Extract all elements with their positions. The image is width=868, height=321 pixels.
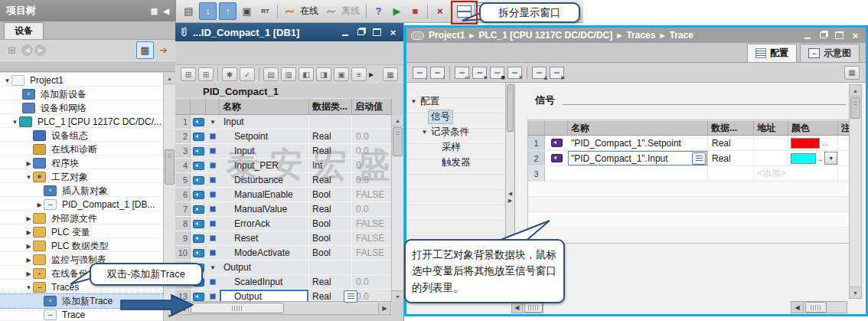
color-dropdown-button[interactable]: ▼ [824,152,837,165]
scroll-thumb[interactable] [805,302,827,313]
db-row[interactable]: 9 Reset Bool FALSE [175,231,392,246]
scroll-up-icon[interactable]: ▲ [164,73,175,84]
back-icon[interactable]: ◀ [21,44,33,56]
level-icon[interactable] [206,250,220,256]
start-value[interactable]: 0.0 [352,175,392,185]
insert-row-icon[interactable]: ⊞ [181,67,196,81]
add-measurement-icon[interactable]: ▴ [532,67,547,79]
forward-icon[interactable]: ▶ [34,44,46,56]
variable-type[interactable]: Bool [309,246,352,260]
transfer-trace-to-device-icon[interactable]: ↓ [413,67,427,79]
nav-item[interactable]: 记录条件 [406,124,505,139]
start-value[interactable]: 0.0 [352,131,392,142]
level-icon[interactable] [206,264,220,271]
variable-type[interactable] [309,115,352,129]
delete-trace-icon[interactable]: × [507,67,522,79]
open-block-icon[interactable]: ▤ [181,3,197,19]
variable-type[interactable]: Real [309,129,352,143]
nav-item[interactable]: 触发器 [406,155,505,170]
keep-actual-values-icon[interactable]: ▤ [263,67,279,81]
breadcrumb-label[interactable]: Project1 [429,30,465,41]
variable-name[interactable]: Input [232,146,257,156]
expander-icon[interactable] [420,129,429,136]
collapse-panel-icon[interactable]: ◀ [163,7,169,15]
signal-type[interactable]: Real [708,136,754,150]
db-row[interactable]: 3 Input Real 0.0 [175,144,392,159]
expander-icon[interactable] [24,160,33,167]
start-value[interactable]: 0.0 [352,277,392,287]
splitter-collapse-icon[interactable]: ◀▶ [506,190,514,204]
upload-from-device-icon[interactable]: ↑ [219,2,237,20]
export-measurement-icon[interactable]: ▸ [550,67,564,79]
expander-icon[interactable] [24,284,33,291]
signal-row[interactable]: 3 <添加> ▼ [528,166,850,182]
variable-name[interactable]: ManualEnable [232,189,295,200]
start-value[interactable]: 0.0 [352,146,392,156]
signal-selector-button[interactable] [692,152,706,165]
breadcrumb-label[interactable]: PLC_1 [CPU 1217C DC/DC/DC] [479,30,613,41]
start-simulation-icon[interactable]: ▣ [239,3,255,19]
variable-name[interactable]: ModeActivate [232,247,292,258]
copy-snapshot-icon[interactable]: ◧ [299,67,314,81]
trace-window-titlebar[interactable]: ▶ Project1 ▶ PLC_1 [CPU 1217C DC/DC/DC] … [406,28,866,43]
signal-address[interactable] [754,136,788,150]
db-row[interactable]: 4 Input_PER Int 0 [175,159,392,173]
scroll-thumb[interactable] [507,84,514,132]
signal-address[interactable] [754,151,788,165]
nav-item[interactable]: 配置 [406,93,505,109]
db-row[interactable]: 10 ModeActivate Bool FALSE [175,246,392,260]
start-value[interactable]: FALSE [352,218,392,229]
scroll-up-icon[interactable]: ▲ [850,85,861,97]
go-offline-icon[interactable]: ∼ [323,3,339,19]
level-icon[interactable] [206,221,220,227]
start-value[interactable]: FALSE [352,233,392,244]
variable-name[interactable]: Output [221,262,253,273]
variable-type[interactable]: Real [309,202,352,216]
db-window-titlebar[interactable]: ...ID_Compact_1 [DB1] × [175,23,403,41]
tree-item[interactable]: 添加新设备 [0,87,164,101]
tree-item[interactable]: 添加新Trace [0,294,164,308]
scroll-thumb[interactable] [524,302,543,313]
scroll-left-icon[interactable]: ◀ [177,303,189,313]
expander-icon[interactable] [35,201,44,208]
db-row[interactable]: 12 ScaledInput Real 0.0 [175,275,392,290]
tree-item[interactable]: 外部源文件 [0,211,164,225]
breadcrumb-item[interactable]: ▶ Traces [617,30,655,41]
tree-item[interactable]: 程序块 [0,156,164,170]
level-icon[interactable] [206,119,220,126]
maximize-button[interactable] [371,28,383,38]
signal-name[interactable]: "PID_Compact_1".Input [571,153,668,164]
nav-item-label[interactable]: 触发器 [439,156,473,169]
scroll-down-icon[interactable]: ▼ [164,310,175,321]
restore-button[interactable] [817,31,829,41]
restore-button[interactable] [355,28,367,38]
signal-color-cell[interactable]: ... ▼ [788,136,838,150]
start-value[interactable]: FALSE [352,189,392,200]
block-properties-icon[interactable]: ▦ [383,67,398,81]
variable-type[interactable]: Bool [309,188,352,201]
col-datatype[interactable]: 数据... [708,120,754,136]
db-row[interactable]: 8 ErrorAck Bool FALSE [175,217,392,231]
expand-inspector-icon[interactable]: ▦ [844,66,860,80]
scroll-thumb[interactable] [393,127,403,156]
tree-item[interactable]: 插入新对象 [0,184,164,198]
scroll-thumb[interactable] [191,303,284,313]
scroll-thumb[interactable] [850,97,860,119]
db-row[interactable]: 11 Output [175,260,392,275]
tree-item[interactable]: Project1 [0,74,164,87]
signal-name[interactable]: "PID_Compact_1".Setpoint [571,138,681,149]
variable-name[interactable]: ScaledInput [232,277,285,287]
col-startvalue[interactable]: 启动值 [352,98,392,115]
level-icon[interactable] [206,133,220,139]
signal-row[interactable]: 1 "PID_Compact_1".Setpoint Real ... ▼ [528,136,850,151]
variable-name[interactable]: ErrorAck [232,218,272,229]
go-offline-label[interactable]: 离线 [341,5,360,18]
expander-icon[interactable] [24,215,33,222]
color-swatch[interactable] [791,153,816,164]
level-icon[interactable] [206,206,220,212]
variable-type[interactable]: Real [309,173,352,187]
tree-item[interactable]: 设备和网络 [0,101,164,115]
start-runtime-icon[interactable]: RT [257,3,273,19]
dock-panel-icon[interactable]: ▥ [151,7,158,15]
close-button[interactable]: × [387,28,399,38]
